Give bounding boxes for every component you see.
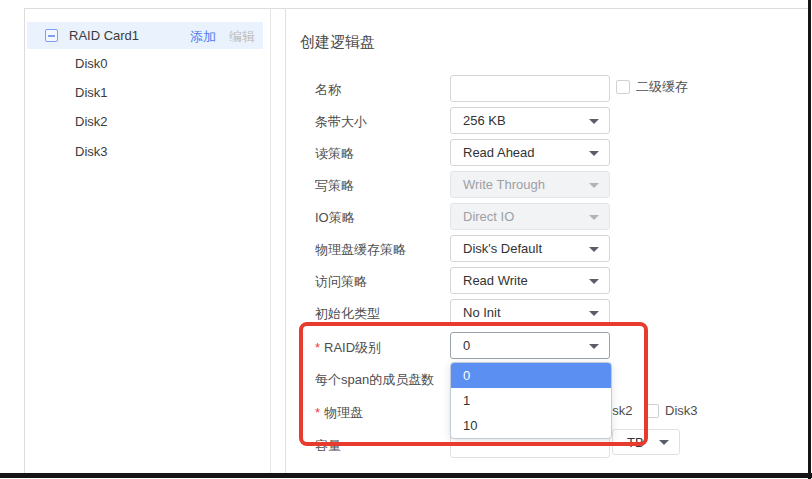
stripe-size-value: 256 KB (463, 113, 506, 128)
access-policy-value: Read Write (463, 273, 528, 288)
init-type-label: 初始化类型 (315, 305, 380, 323)
raid-level-dropdown: 0 1 10 (450, 362, 612, 439)
init-type-select[interactable]: No Init (450, 299, 610, 326)
window-bottom-edge (0, 473, 812, 478)
chevron-down-icon (589, 183, 599, 188)
page-title: 创建逻辑盘 (300, 33, 375, 52)
access-policy-select[interactable]: Read Write (450, 267, 610, 294)
capacity-label: 容量 (315, 437, 341, 455)
edit-link[interactable]: 编辑 (229, 29, 255, 44)
tree-node-disk3[interactable]: Disk3 (75, 144, 108, 160)
chevron-down-icon (589, 279, 599, 284)
access-policy-label: 访问策略 (315, 273, 367, 291)
pd-cache-policy-select[interactable]: Disk's Default (450, 235, 610, 262)
name-input[interactable] (450, 75, 610, 102)
write-policy-value: Write Through (463, 177, 545, 192)
dropdown-option-10[interactable]: 10 (451, 413, 611, 438)
capacity-unit-value: TB (627, 435, 644, 450)
write-policy-select: Write Through (450, 171, 610, 198)
write-policy-label: 写策略 (315, 177, 354, 195)
chevron-down-icon (589, 215, 599, 220)
add-link[interactable]: 添加 (190, 29, 216, 44)
span-members-label: 每个span的成员盘数 (315, 371, 434, 389)
raid-config-screen: RAID Card1 添加编辑 Disk0 Disk1 Disk2 Disk3 … (0, 0, 812, 479)
dropdown-option-1[interactable]: 1 (451, 388, 611, 413)
tree-node-disk1[interactable]: Disk1 (75, 85, 108, 101)
top-border-line (24, 8, 808, 9)
physical-disks-label: *物理盘 (315, 404, 363, 422)
chevron-down-icon (589, 344, 599, 349)
secondary-cache-label: 二级缓存 (636, 78, 688, 96)
io-policy-value: Direct IO (463, 209, 514, 224)
pd-checkbox-disk3[interactable]: Disk3 (645, 403, 698, 418)
chevron-down-icon (589, 119, 599, 124)
chevron-down-icon (589, 247, 599, 252)
chevron-down-icon (589, 151, 599, 156)
sidebar-divider (270, 8, 271, 473)
name-label: 名称 (315, 81, 341, 99)
chevron-down-icon (659, 440, 669, 445)
left-border-line (24, 8, 25, 473)
pd-label-disk3: Disk3 (665, 403, 698, 418)
collapse-icon[interactable] (45, 29, 58, 42)
stripe-size-label: 条带大小 (315, 113, 367, 131)
window-right-edge (808, 0, 811, 479)
stripe-size-select[interactable]: 256 KB (450, 107, 610, 134)
required-asterisk: * (315, 340, 320, 355)
panel-left-border (285, 8, 286, 473)
secondary-cache-checkbox[interactable] (616, 80, 630, 94)
pd-cache-policy-value: Disk's Default (463, 241, 542, 256)
init-type-value: No Init (463, 305, 501, 320)
raid-level-label: *RAID级别 (315, 339, 381, 357)
tree-node-raid-card[interactable]: RAID Card1 添加编辑 (27, 22, 263, 49)
dropdown-option-0[interactable]: 0 (451, 363, 611, 388)
chevron-down-icon (589, 311, 599, 316)
read-policy-select[interactable]: Read Ahead (450, 139, 610, 166)
tree-node-disk0[interactable]: Disk0 (75, 56, 108, 72)
capacity-unit-select[interactable]: TB (612, 429, 680, 455)
raid-level-value: 0 (463, 338, 470, 353)
pd-cache-policy-label: 物理盘缓存策略 (315, 241, 406, 259)
io-policy-label: IO策略 (315, 209, 355, 227)
io-policy-select: Direct IO (450, 203, 610, 230)
checkbox[interactable] (645, 404, 659, 418)
required-asterisk: * (315, 405, 320, 420)
read-policy-label: 读策略 (315, 145, 354, 163)
read-policy-value: Read Ahead (463, 145, 535, 160)
tree-node-label: RAID Card1 (69, 28, 139, 43)
tree-node-disk2[interactable]: Disk2 (75, 114, 108, 130)
raid-level-select[interactable]: 0 (450, 332, 610, 359)
